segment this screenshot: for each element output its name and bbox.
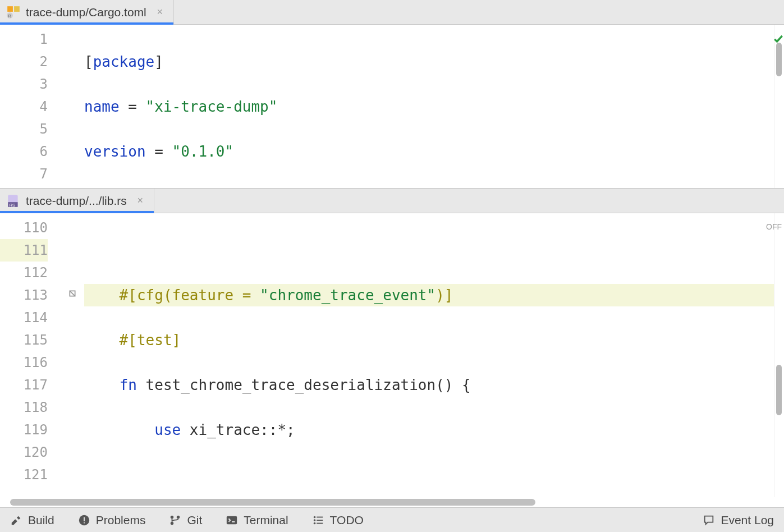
line-number: 112: [0, 262, 48, 284]
error-stripe-bottom[interactable]: OFF: [774, 213, 784, 497]
editor-pane-top: 1 2 3 4 5 6 7 [package] name = "xi-trace…: [0, 25, 784, 189]
bottom-tabstrip: RS trace-dump/.../lib.rs ×: [0, 189, 784, 213]
svg-rect-0: [7, 6, 13, 12]
error-stripe-top[interactable]: [774, 25, 784, 188]
code-line: use xi_trace::*;: [84, 419, 784, 441]
hammer-icon: [10, 514, 22, 526]
gutter-top: 1 2 3 4 5 6 7: [0, 25, 67, 188]
warning-icon: [78, 514, 90, 526]
toolwindow-label: Build: [28, 513, 54, 527]
tab-lib-rs[interactable]: RS trace-dump/.../lib.rs ×: [0, 189, 154, 213]
gutter-margin-top: [67, 25, 77, 188]
code-top[interactable]: [package] name = "xi-trace-dump" version…: [77, 25, 784, 188]
gutter-bottom: 110 111 112 113 114 115 116 117 118 119 …: [0, 213, 67, 497]
line-number: 115: [0, 329, 48, 351]
toolwindow-label: Terminal: [244, 513, 288, 527]
svg-rect-9: [84, 522, 85, 523]
svg-rect-13: [227, 516, 237, 524]
svg-rect-8: [84, 517, 85, 521]
svg-point-10: [171, 515, 174, 519]
code-line: #[cfg(feature = "chrome_trace_event")]: [84, 284, 784, 306]
code-bottom[interactable]: #[cfg(feature = "chrome_trace_event")] #…: [77, 213, 784, 497]
svg-rect-15: [317, 516, 323, 517]
line-number: 113: [0, 284, 48, 306]
svg-point-12: [177, 515, 180, 519]
tab-cargo-toml[interactable]: R trace-dump/Cargo.toml ×: [0, 0, 174, 24]
check-icon: [773, 28, 783, 38]
terminal-icon: [226, 514, 238, 526]
scroll-thumb-horizontal[interactable]: [10, 499, 535, 506]
line-number: 1: [0, 28, 48, 51]
line-number: 117: [0, 374, 48, 396]
line-number: 4: [0, 95, 48, 118]
toolwindow-event-log[interactable]: Event Log: [703, 513, 774, 527]
rust-tool-icon: R: [6, 4, 21, 20]
line-number: 120: [0, 441, 48, 464]
tab-label: trace-dump/.../lib.rs: [26, 194, 127, 208]
line-number: 2: [0, 51, 48, 73]
top-tabstrip: R trace-dump/Cargo.toml ×: [0, 0, 784, 25]
svg-rect-17: [317, 520, 323, 521]
horizontal-scrollbar[interactable]: [0, 497, 784, 507]
svg-point-11: [171, 521, 174, 525]
svg-text:R: R: [8, 13, 11, 18]
toolwindow-todo[interactable]: TODO: [312, 513, 364, 527]
rust-file-icon: RS: [6, 193, 21, 209]
scroll-thumb-vertical[interactable]: [776, 365, 782, 415]
statusbar: Build Problems Git Terminal TODO Event L…: [0, 507, 784, 532]
svg-point-16: [313, 519, 315, 521]
toolwindow-problems[interactable]: Problems: [78, 513, 146, 527]
close-icon[interactable]: ×: [135, 195, 146, 207]
toolwindow-label: Event Log: [721, 513, 774, 527]
line-number: 6: [0, 140, 48, 163]
code-line: fn test_chrome_trace_deserialization() {: [84, 374, 784, 396]
line-number: 121: [0, 464, 48, 486]
git-branch-icon: [169, 514, 181, 526]
inspection-off-label: OFF: [766, 215, 782, 238]
line-number: 114: [0, 306, 48, 329]
speech-bubble-icon: [703, 514, 715, 526]
editor-top[interactable]: 1 2 3 4 5 6 7 [package] name = "xi-trace…: [0, 25, 784, 188]
svg-rect-1: [14, 6, 20, 12]
editor-pane-bottom: 110 111 112 113 114 115 116 117 118 119 …: [0, 213, 784, 507]
line-number: 119: [0, 419, 48, 441]
svg-text:RS: RS: [9, 202, 15, 207]
line-number: 7: [0, 163, 48, 185]
toolwindow-git[interactable]: Git: [169, 513, 202, 527]
close-icon[interactable]: ×: [154, 7, 166, 18]
line-number: 5: [0, 118, 48, 140]
toolwindow-label: Problems: [96, 513, 146, 527]
editor-bottom[interactable]: 110 111 112 113 114 115 116 117 118 119 …: [0, 213, 784, 497]
line-number: 111: [0, 239, 48, 262]
list-icon: [312, 514, 324, 526]
code-line: [84, 464, 784, 486]
line-number: 110: [0, 217, 48, 239]
collapse-icon[interactable]: [67, 288, 77, 299]
line-number: 3: [0, 73, 48, 95]
code-line: #[test]: [84, 329, 784, 351]
toolwindow-label: Git: [187, 513, 202, 527]
line-number: 118: [0, 396, 48, 419]
line-number: 116: [0, 351, 48, 374]
toolwindow-terminal[interactable]: Terminal: [226, 513, 288, 527]
svg-rect-19: [317, 522, 323, 524]
svg-point-18: [313, 522, 315, 524]
scroll-thumb-vertical[interactable]: [776, 43, 782, 76]
tab-label: trace-dump/Cargo.toml: [26, 6, 146, 19]
editor-split: 1 2 3 4 5 6 7 [package] name = "xi-trace…: [0, 25, 784, 507]
code-line: [84, 239, 784, 262]
svg-point-14: [313, 516, 315, 518]
toolwindow-build[interactable]: Build: [10, 513, 54, 527]
gutter-margin-bottom: [67, 213, 77, 497]
toolwindow-label: TODO: [330, 513, 364, 527]
